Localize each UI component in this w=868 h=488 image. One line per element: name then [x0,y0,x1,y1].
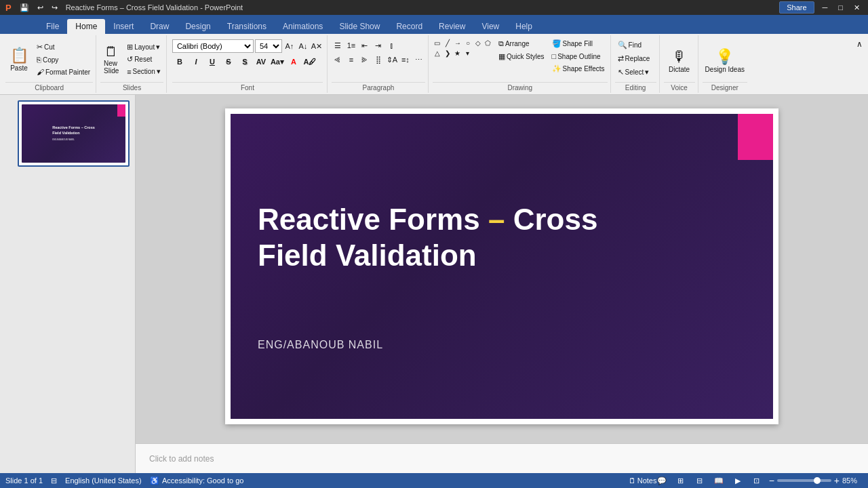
replace-button[interactable]: ⇄ Replace [615,53,653,64]
shape-triangle[interactable]: △ [433,48,442,58]
slide-thumbnail-1[interactable]: Reactive Forms – CrossField Validation E… [18,100,130,167]
font-size-increase-button[interactable]: A↑ [283,40,296,52]
tab-view[interactable]: View [473,19,507,34]
copy-button[interactable]: ⎘ Copy [34,54,93,65]
shape-pentagon[interactable]: ⬠ [484,38,493,47]
clear-formatting-button[interactable]: A✕ [311,40,323,52]
tab-file[interactable]: File [38,19,67,34]
zoom-level[interactable]: 85% [842,476,863,485]
tab-slideshow[interactable]: Slide Show [331,19,388,34]
slideshow-view-button[interactable]: ▶ [731,474,745,487]
editing-group: 🔍 Find ⇄ Replace ↖ Select ▾ Editing [612,35,660,93]
section-button[interactable]: ≡ Section ▾ [124,66,163,77]
slide-fit-icon[interactable]: ⊟ [51,476,57,485]
shape-fill-button[interactable]: 🪣 Shape Fill [549,38,608,49]
shadow-button[interactable]: S [237,55,252,68]
change-case-button[interactable]: Aa▾ [270,55,285,68]
add-remove-cols-button[interactable]: ⫿ [386,39,398,52]
tab-help[interactable]: Help [507,19,540,34]
align-left-button[interactable]: ⫷ [332,54,344,66]
dictate-button[interactable]: 🎙 Dictate [666,47,692,75]
justify-button[interactable]: ⣿ [372,54,384,66]
align-center-button[interactable]: ≡ [345,54,357,66]
align-right-button[interactable]: ⫸ [359,54,371,66]
tab-transitions[interactable]: Transitions [219,19,275,34]
cut-button[interactable]: ✂ Cut [34,41,93,53]
char-spacing-button[interactable]: AV [254,55,269,68]
reading-view-button[interactable]: 📖 [712,474,726,487]
shape-diamond[interactable]: ◇ [473,38,483,47]
layout-button[interactable]: ⊞ Layout ▾ [124,41,163,53]
quick-access-undo[interactable]: ↩ [37,3,43,12]
slide-title[interactable]: Reactive Forms – Cross Field Validation [258,202,597,274]
shape-arrow[interactable]: → [453,38,462,47]
tab-design[interactable]: Design [177,19,218,34]
language-indicator[interactable]: English (United States) [65,476,142,485]
paste-button[interactable]: 📋 Paste [5,45,33,73]
shape-chevron[interactable]: ❯ [443,48,452,58]
notes-area[interactable]: Click to add notes [136,443,868,473]
tab-review[interactable]: Review [431,19,473,34]
font-color-button[interactable]: A [286,55,301,68]
font-name-select[interactable]: Calibri (Body) [172,39,254,53]
italic-button[interactable]: I [189,55,203,68]
quick-styles-button[interactable]: ▦ Quick Styles [496,51,547,62]
zoom-slider[interactable] [777,479,831,482]
title-bar-right: Share ─ □ ✕ [779,1,863,14]
shape-star[interactable]: ★ [453,48,462,58]
slide-sorter-button[interactable]: ⊟ [693,474,707,487]
bullets-button[interactable]: ☰ [332,39,344,52]
quick-access-redo[interactable]: ↪ [52,3,58,12]
tab-insert[interactable]: Insert [105,19,142,34]
slide-canvas[interactable]: Reactive Forms – Cross Field Validation … [231,114,773,419]
tab-draw[interactable]: Draw [142,19,177,34]
decrease-indent-button[interactable]: ⇤ [359,39,371,52]
main-area: 1 Reactive Forms – CrossField Validation… [0,95,868,473]
underline-button[interactable]: U [205,55,220,68]
bold-button[interactable]: B [172,55,187,68]
layout-icon: ⊞ [127,43,133,52]
align-text-button[interactable]: ≡↕ [399,54,412,66]
maximize-button[interactable]: □ [835,3,846,12]
shape-line[interactable]: ╱ [443,38,452,47]
paragraph-group-label: Paragraph [332,82,425,92]
share-button[interactable]: Share [779,1,814,14]
increase-indent-button[interactable]: ⇥ [372,39,384,52]
tab-record[interactable]: Record [388,19,431,34]
shape-outline-button[interactable]: □ Shape Outline [549,51,608,62]
quick-access-save[interactable]: 💾 [20,3,29,12]
tab-home[interactable]: Home [67,19,105,34]
font-size-decrease-button[interactable]: A↓ [297,40,309,52]
shape-effects-button[interactable]: ✨ Shape Effects [549,63,608,75]
shape-more[interactable]: ▾ [463,48,473,58]
comments-button[interactable]: 💬 [655,474,669,487]
convert-smartart-button[interactable]: ⋯ [413,54,425,66]
close-button[interactable]: ✕ [851,3,863,12]
arrange-button[interactable]: ⧉ Arrange [496,38,547,49]
design-ideas-button[interactable]: 💡 Design Ideas [703,47,747,75]
zoom-out-icon[interactable]: − [769,475,774,486]
format-painter-button[interactable]: 🖌 Format Painter [34,66,93,77]
text-direction-button[interactable]: ⇕A [386,54,398,66]
normal-view-button[interactable]: ⊞ [674,474,688,487]
new-slide-button[interactable]: 🗒 NewSlide [100,43,122,76]
tab-animations[interactable]: Animations [275,19,331,34]
notes-label: Notes [637,476,657,485]
collapse-ribbon-button[interactable]: ∧ [853,38,865,50]
find-button[interactable]: 🔍 Find [615,39,644,51]
notes-toggle-button[interactable]: 🗒 Notes [636,474,650,487]
slide-subtitle[interactable]: ENG/ABANOUB NABIL [258,339,383,351]
numbering-button[interactable]: 1≡ [345,39,357,52]
shape-oval[interactable]: ○ [463,38,473,47]
minimize-button[interactable]: ─ [820,3,831,12]
strikethrough-button[interactable]: S [221,55,236,68]
select-button[interactable]: ↖ Select ▾ [615,66,652,78]
fit-slide-button[interactable]: ⊡ [750,474,764,487]
font-size-select[interactable]: 54 [255,39,282,53]
highlight-button[interactable]: A🖊 [302,55,317,68]
reset-button[interactable]: ↺ Reset [124,54,163,65]
zoom-in-icon[interactable]: + [834,475,840,486]
slides-group-label: Slides [100,82,163,92]
slide-info: Slide 1 of 1 [5,476,43,485]
shape-rect[interactable]: ▭ [433,38,442,47]
